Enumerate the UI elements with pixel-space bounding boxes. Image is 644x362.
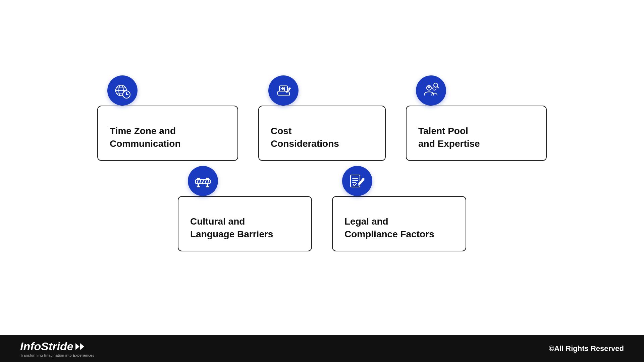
card-wrapper-talent: Talent Pooland Expertise [406, 90, 547, 161]
card-legal: Legal andCompliance Factors [332, 196, 466, 251]
main-content: Time Zone andCommunication [0, 0, 644, 335]
footer-copyright: ©All Rights Reserved [549, 344, 624, 353]
cost-icon-circle [268, 75, 299, 106]
card-cost-label: CostConsiderations [271, 125, 373, 150]
card-wrapper-cultural: Cultural andLanguage Barriers [178, 181, 312, 251]
card-legal-label: Legal andCompliance Factors [344, 215, 454, 241]
svg-rect-31 [206, 186, 209, 187]
row-2: Cultural andLanguage Barriers [178, 181, 466, 251]
card-wrapper-time-zone: Time Zone andCommunication [97, 90, 238, 161]
logo-arrows [75, 343, 84, 350]
card-cost: CostConsiderations [258, 106, 386, 161]
svg-line-21 [437, 87, 439, 88]
svg-line-23 [197, 180, 198, 184]
card-time-zone-label: Time Zone andCommunication [110, 125, 226, 150]
svg-rect-33 [206, 178, 209, 180]
card-cultural-label: Cultural andLanguage Barriers [190, 215, 300, 241]
row-1: Time Zone andCommunication [97, 90, 547, 161]
barrier-icon [194, 172, 212, 190]
svg-line-24 [200, 180, 201, 184]
card-wrapper-legal: Legal andCompliance Factors [332, 181, 466, 251]
globe-clock-icon [114, 82, 131, 99]
logo-arrow-1 [75, 343, 79, 350]
logo-brand: InfoStride [20, 340, 84, 353]
talent-icon-circle [416, 75, 446, 106]
footer: InfoStride Transforming Imagination into… [0, 335, 644, 362]
gavel-doc-icon [348, 172, 366, 190]
logo-arrow-2 [80, 343, 84, 350]
card-cultural: Cultural andLanguage Barriers [178, 196, 312, 251]
card-wrapper-cost: CostConsiderations [258, 90, 386, 161]
time-zone-icon-circle [107, 75, 138, 106]
footer-logo: InfoStride Transforming Imagination into… [20, 340, 94, 357]
card-talent-label: Talent Pooland Expertise [418, 125, 534, 150]
svg-line-25 [202, 180, 204, 184]
logo-subtitle: Transforming Imagination into Experience… [20, 353, 94, 357]
card-time-zone: Time Zone andCommunication [97, 106, 238, 161]
legal-icon-circle [342, 166, 372, 196]
people-search-icon [422, 82, 440, 99]
card-talent: Talent Pooland Expertise [406, 106, 547, 161]
svg-rect-32 [197, 178, 200, 180]
svg-line-26 [205, 180, 206, 184]
money-hand-icon [275, 82, 292, 99]
svg-rect-29 [197, 186, 200, 187]
svg-line-27 [208, 180, 209, 184]
svg-rect-16 [288, 87, 291, 90]
logo-name: InfoStride [20, 340, 73, 353]
cultural-icon-circle [188, 166, 218, 196]
